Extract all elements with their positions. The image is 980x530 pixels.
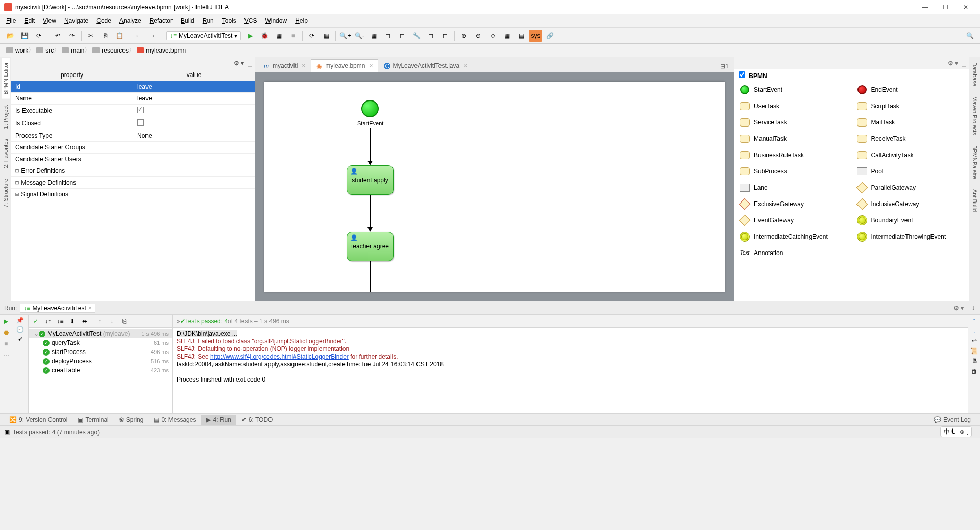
palette-item-intermediatethrowingevent[interactable]: IntermediateThrowingEvent <box>852 229 969 245</box>
prop-row[interactable]: Process TypeNone <box>11 130 255 142</box>
back-icon[interactable]: ← <box>132 30 145 42</box>
rerun-icon[interactable]: ▶ <box>2 317 11 326</box>
test-node[interactable]: ✓creatTable423 ms <box>29 366 172 375</box>
copy-icon[interactable]: ⎘ <box>99 30 112 42</box>
expand-icon[interactable]: ⬍ <box>67 316 78 326</box>
up-arrow-icon[interactable]: ↑ <box>973 317 976 324</box>
editor-tab[interactable]: CMyLeaveActivitiTest.java× <box>378 59 473 72</box>
left-tab-7--structure[interactable]: 7: Structure <box>2 174 10 212</box>
t6-icon[interactable]: 🔧 <box>410 30 423 42</box>
prop-row[interactable]: Idleave <box>11 81 255 93</box>
menu-code[interactable]: Code <box>92 16 115 26</box>
debug-icon[interactable]: 🐞 <box>258 30 271 42</box>
right-tab-database[interactable]: Database <box>971 58 979 90</box>
menu-run[interactable]: Run <box>199 16 218 26</box>
palette-item-boundaryevent[interactable]: BoundaryEvent <box>852 212 969 229</box>
bpmn-canvas[interactable]: StartEvent 👤 student apply 👤 teacher agr… <box>255 72 734 301</box>
menu-refactor[interactable]: Refactor <box>145 16 177 26</box>
t11-icon[interactable]: ◇ <box>486 30 499 42</box>
palette-item-intermediatecatchingevent[interactable]: IntermediateCatchingEvent <box>734 229 852 245</box>
right-tab-ant-build[interactable]: Ant Build <box>971 185 979 216</box>
bottom-tab-6--todo[interactable]: ✔6: TODO <box>236 415 278 425</box>
palette-item-inclusivegateway[interactable]: InclusiveGateway <box>852 196 969 212</box>
user-task-teacher-agree[interactable]: 👤 teacher agree <box>347 232 394 261</box>
menu-view[interactable]: View <box>39 16 60 26</box>
palette-item-callactivitytask[interactable]: CallActivityTask <box>852 147 969 163</box>
palette-item-servicetask[interactable]: ServiceTask <box>734 114 852 131</box>
ok-filter-icon[interactable]: ✓ <box>31 316 41 326</box>
bottom-tab-terminal[interactable]: ▣Terminal <box>72 415 113 425</box>
gear-icon[interactable]: ⚙ ▾ <box>234 60 244 67</box>
breadcrumb-item[interactable]: myleave.bpmn <box>134 46 191 55</box>
down-arrow-icon[interactable]: ↓ <box>973 327 976 334</box>
status-icon[interactable]: ▣ <box>4 428 10 436</box>
cut-icon[interactable]: ✂ <box>84 30 97 42</box>
palette-item-businessruletask[interactable]: BusinessRuleTask <box>734 147 852 163</box>
t8-icon[interactable]: ◻ <box>438 30 452 42</box>
close-button[interactable]: ✕ <box>955 1 976 13</box>
run-icon[interactable]: ▶ <box>243 30 257 42</box>
struct-icon[interactable]: ▦ <box>320 30 333 42</box>
gear-icon[interactable]: ⚙ ▾ <box>948 60 958 67</box>
palette-item-annotation[interactable]: TextAnnotation <box>734 245 852 261</box>
sequence-flow-1[interactable] <box>370 128 371 162</box>
breadcrumb-item[interactable]: resources <box>89 46 134 55</box>
test-node[interactable]: ✓startProcess496 ms <box>29 347 172 357</box>
prop-row[interactable]: Is Closed <box>11 117 255 130</box>
tab-overflow[interactable]: ⊟1 <box>715 61 734 72</box>
palette-item-exclusivegateway[interactable]: ExclusiveGateway <box>734 196 852 212</box>
palette-item-mailtask[interactable]: MailTask <box>852 114 969 131</box>
t15-icon[interactable]: 🔗 <box>543 30 556 42</box>
sort1-icon[interactable]: ↓↑ <box>43 316 53 326</box>
bottom-tab-9--version-control[interactable]: 🔀9: Version Control <box>4 415 72 425</box>
scroll-icon[interactable]: 📜 <box>970 347 978 355</box>
left-tab-bpmn-editor[interactable]: BPMN Editor <box>2 58 10 99</box>
bottom-tab-0--messages[interactable]: ▤0: Messages <box>149 415 201 425</box>
test-node[interactable]: ⌄ ✓MyLeaveActivitiTest (myleave)1 s 496 … <box>29 329 172 338</box>
menu-help[interactable]: Help <box>291 16 312 26</box>
menu-file[interactable]: File <box>2 16 20 26</box>
stop-icon[interactable]: ■ <box>286 30 300 42</box>
sequence-flow-2[interactable] <box>370 195 371 229</box>
menu-tools[interactable]: Tools <box>218 16 240 26</box>
t12-icon[interactable]: ▦ <box>500 30 513 42</box>
stop-icon[interactable]: ■ <box>2 339 11 348</box>
breadcrumb-item[interactable]: main <box>59 46 89 55</box>
maximize-button[interactable]: ☐ <box>935 1 955 13</box>
toggle-icon[interactable]: ⬣ <box>2 328 11 337</box>
breadcrumb-item[interactable]: src <box>33 46 59 55</box>
event-log-button[interactable]: 💬Event Log <box>928 415 976 425</box>
palette-item-usertask[interactable]: UserTask <box>734 98 852 114</box>
gear-icon[interactable]: ⚙ ▾ <box>953 305 964 312</box>
editor-tab[interactable]: mmyactiviti× <box>258 59 311 72</box>
search-everywhere-icon[interactable]: 🔍 <box>963 30 976 42</box>
palette-item-pool[interactable]: Pool <box>852 163 969 180</box>
hide-icon[interactable]: ⎯ <box>962 60 966 67</box>
menu-window[interactable]: Window <box>261 16 291 26</box>
start-event-node[interactable] <box>361 100 379 117</box>
export-icon[interactable]: ➹ <box>18 335 23 342</box>
palette-item-parallelgateway[interactable]: ParallelGateway <box>852 180 969 196</box>
history-icon[interactable]: 🕘 <box>16 326 24 333</box>
dots-icon[interactable]: ⋯ <box>2 350 11 360</box>
t9-icon[interactable]: ⊕ <box>457 30 471 42</box>
t5-icon[interactable]: ◻ <box>396 30 409 42</box>
test-node[interactable]: ✓deployProcess516 ms <box>29 357 172 366</box>
pin-icon[interactable]: 📌 <box>16 317 24 324</box>
hide-icon[interactable]: ⎯ <box>248 60 252 67</box>
left-tab-2--favorites[interactable]: 2: Favorites <box>2 135 10 172</box>
download-icon[interactable]: ⤓ <box>971 305 976 312</box>
palette-item-eventgateway[interactable]: EventGateway <box>734 212 852 229</box>
palette-header[interactable]: BPMN <box>734 69 969 82</box>
prop-row[interactable]: Is Executable <box>11 105 255 117</box>
right-tab-maven-projects[interactable]: Maven Projects <box>971 92 979 139</box>
zoom-out-icon[interactable]: 🔍- <box>353 30 366 42</box>
up-icon[interactable]: ↑ <box>94 316 105 326</box>
export2-icon[interactable]: ⎘ <box>119 316 129 326</box>
minimize-button[interactable]: — <box>915 1 935 13</box>
prop-row[interactable]: ⊞Signal Definitions <box>11 189 255 200</box>
run-config-dropdown[interactable]: ↓≡ MyLeaveActivitiTest ▾ <box>166 31 241 40</box>
right-tab-bpmnpalette[interactable]: BPMNPalette <box>971 141 979 183</box>
menu-build[interactable]: Build <box>177 16 199 26</box>
user-task-student-apply[interactable]: 👤 student apply <box>347 165 394 195</box>
